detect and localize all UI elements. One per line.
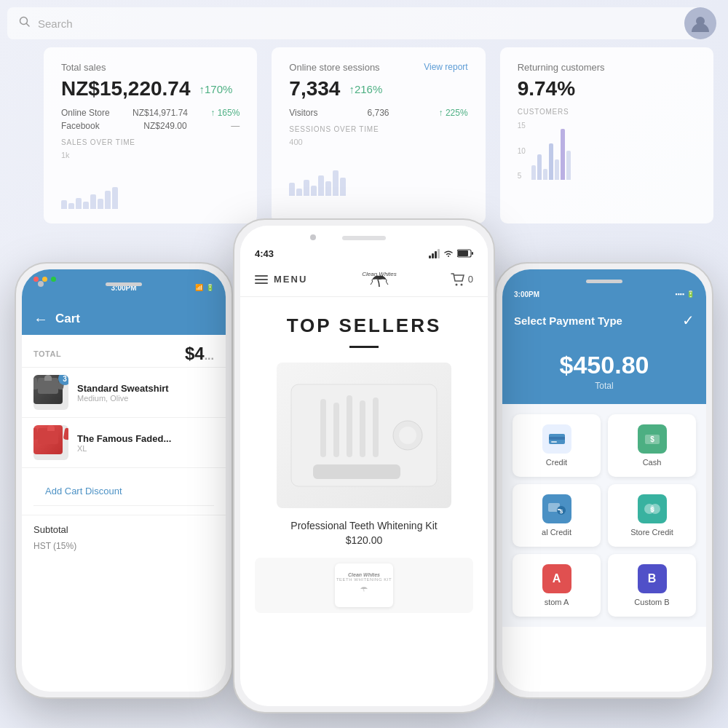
total-sales-value: NZ$15,220.74 ↑170% (61, 77, 240, 100)
select-payment-title: Select Payment Type (514, 314, 622, 327)
svg-point-17 (399, 427, 416, 444)
cart-summary: Subtotal HST (15%) (22, 515, 226, 566)
left-phone-header: ← Cart (22, 303, 226, 335)
product2-logo-svg (353, 582, 375, 596)
page-title: TOP SELLERS (255, 314, 473, 337)
svg-rect-13 (360, 400, 365, 457)
store-credit-svg: $ (643, 501, 662, 517)
menu-label: MENU (274, 274, 307, 285)
external-credit-icon: $ (542, 494, 571, 523)
store-credit-icon: $ (638, 494, 667, 523)
center-camera (310, 234, 316, 240)
right-speaker (586, 280, 622, 283)
phone-left-camera (38, 281, 44, 287)
item1-image: 3 (33, 375, 68, 410)
cart-title: Cart (55, 312, 80, 326)
menu-line-2 (255, 279, 268, 280)
center-status-icons (429, 249, 473, 258)
cart-area[interactable]: 0 (451, 273, 473, 286)
payment-amount: $450.80 (514, 351, 695, 379)
item1-info: Standard Sweatshirt Medium, Olive (77, 383, 214, 403)
store-credit-label: Store Credit (630, 528, 673, 537)
battery-icon (457, 249, 473, 258)
dot-green (51, 277, 56, 282)
menu-area[interactable]: MENU (255, 274, 307, 285)
svg-rect-11 (333, 403, 339, 457)
svg-point-8 (460, 283, 462, 285)
cart-item-1: 3 Standard Sweatshirt Medium, Olive (22, 368, 226, 418)
cash-svg: $ (644, 432, 661, 446)
amount-label: Total (514, 381, 695, 391)
center-speaker (342, 236, 386, 240)
phone-left: 3:00PM 📶 🔋 ← Cart TOTAL $4... (15, 262, 233, 699)
top-sellers-content: TOP SELLERS (240, 297, 488, 546)
svg-line-1 (27, 24, 30, 27)
phone-left-speaker (106, 282, 142, 286)
svg-point-7 (455, 283, 457, 285)
returning-customers-label: Returning customers (518, 62, 696, 73)
credit-button[interactable]: Credit (513, 414, 601, 477)
facebook-row: Facebook NZ$249.00 — (61, 121, 240, 131)
sessions-chart (289, 152, 467, 196)
add-discount-area: Add Cart Discount (22, 468, 226, 515)
sessions-value: 7,334 ↑216% (289, 77, 467, 100)
credit-card-icon (548, 432, 566, 446)
left-phone-dots (33, 277, 56, 282)
custom-a-button[interactable]: A stom A (513, 554, 601, 617)
custom-b-icon: B (638, 564, 667, 593)
svg-rect-26 (558, 509, 561, 510)
view-report-link[interactable]: View report (424, 62, 467, 72)
add-cart-discount-button[interactable]: Add Cart Discount (33, 477, 214, 506)
store-credit-button[interactable]: $ Store Credit (608, 484, 696, 547)
visitors-row: Visitors 6,736 ↑ 225% (289, 108, 467, 118)
returning-customers-card: Returning customers 9.74% CUSTOMERS 15 1… (500, 47, 713, 223)
payment-grid: Credit $ Cash (502, 404, 706, 627)
returning-customers-value: 9.74% (518, 77, 696, 100)
cash-button[interactable]: $ Cash (608, 414, 696, 477)
custom-a-icon: A (542, 564, 571, 593)
search-icon (19, 16, 31, 31)
phones-container: 3:00PM 📶 🔋 ← Cart TOTAL $4... (0, 218, 728, 728)
left-status-bar: 3:00PM 📶 🔋 (22, 269, 226, 303)
item2-info: The Famous Faded... XL (77, 433, 214, 453)
product-price: $120.00 (255, 534, 473, 546)
hamburger-icon (255, 275, 268, 284)
signal-icon (429, 249, 440, 258)
phone-right-screen: 3:00PM ▪▪▪▪ 🔋 Select Payment Type ✓ $450… (502, 269, 706, 692)
online-store-row: Online Store NZ$14,971.74 ↑ 165% (61, 108, 240, 118)
dot-yellow (42, 277, 47, 282)
second-product-image: Clean Whites TEETH WHITENING KIT (335, 563, 393, 607)
custom-b-label: Custom B (634, 598, 669, 606)
total-sales-card: Total sales NZ$15,220.74 ↑170% Online St… (44, 47, 257, 223)
sessions-card: Online store sessions View report 7,334 … (272, 47, 485, 223)
svg-rect-14 (373, 397, 379, 457)
center-status-bar: 4:43 (240, 226, 488, 262)
credit-icon (542, 424, 571, 454)
credit-label: Credit (546, 458, 567, 467)
sweater-red-graphic (33, 425, 63, 454)
external-credit-button[interactable]: $ al Credit (513, 484, 601, 547)
right-header: Select Payment Type ✓ (502, 304, 706, 344)
svg-rect-4 (458, 250, 468, 256)
avatar[interactable] (684, 7, 716, 39)
cash-label: Cash (643, 458, 662, 467)
menu-line-1 (255, 275, 268, 277)
custom-b-button[interactable]: B Custom B (608, 554, 696, 617)
product-image-box (277, 363, 451, 508)
wifi-icon (443, 249, 454, 258)
right-status-bar: 3:00PM ▪▪▪▪ 🔋 (502, 269, 706, 304)
right-status-icons: ▪▪▪▪ 🔋 (675, 290, 695, 298)
hst-row: HST (15%) (33, 541, 214, 551)
subtotal-row: Subtotal (33, 524, 214, 535)
dot-red (33, 277, 39, 282)
back-button[interactable]: ← (33, 311, 48, 328)
brand-logo: Clean Whites (357, 269, 401, 290)
cart-item-2: The Famous Faded... XL (22, 418, 226, 468)
menu-line-3 (255, 282, 268, 284)
stats-area: Total sales NZ$15,220.74 ↑170% Online St… (44, 47, 713, 223)
item2-image (33, 425, 68, 460)
total-sales-label: Total sales (61, 62, 240, 73)
svg-rect-5 (472, 252, 473, 255)
svg-rect-10 (320, 399, 326, 457)
check-icon[interactable]: ✓ (682, 312, 695, 329)
